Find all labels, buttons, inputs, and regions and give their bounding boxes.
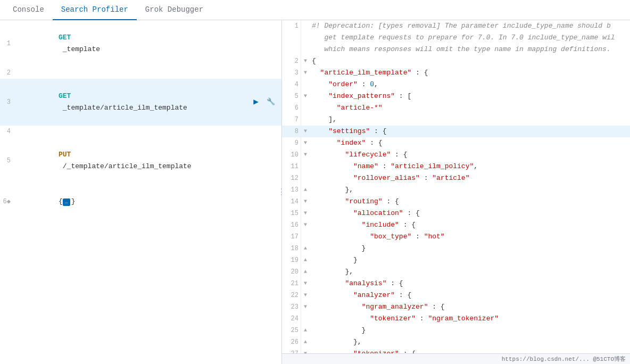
result-fold-24 [301,313,310,325]
editor-area[interactable]: 1 GET _template 2 3 GET _template/articl… [0,20,281,364]
result-content-8: "settings" : { [310,126,630,137]
result-content-1: #! Deprecation: [types removal] The para… [310,20,630,32]
result-content-5: "index_patterns" : [ [310,90,630,102]
result-num-14: 14 [282,196,301,208]
tab-console[interactable]: Console [4,0,53,20]
result-num-13: 13 [282,184,301,196]
result-line-12: 12 "rollover_alias" : "article" [282,172,630,184]
result-line-6: 6 "article-*" [282,102,630,114]
method-put-5: PUT [59,151,71,159]
result-line-7: 7 ], [282,114,630,126]
result-num-23: 23 [282,301,301,313]
result-line-19: 19 ▲ } [282,254,630,266]
play-button[interactable]: ▶ [250,97,262,107]
result-fold-3[interactable]: ▼ [301,67,310,79]
result-num-20: 20 [282,266,301,278]
result-line-20: 20 ▲ }, [282,266,630,278]
result-content-2: { [310,55,630,67]
result-num-18: 18 [282,243,301,254]
method-get-1: GET [59,34,71,42]
result-content-13: }, [310,184,630,196]
wrench-button[interactable]: 🔧 [264,97,277,107]
result-num-8: 8 [282,126,301,137]
result-fold-8[interactable]: ▼ [301,126,310,137]
line-num-3: 3 [0,96,15,108]
top-nav: Console Search Profiler Grok Debugger [0,0,630,20]
result-content-15: "allocation" : { [310,208,630,219]
result-content-1b: get template requests to prepare for 7.0… [310,32,630,44]
result-line-14: 14 ▼ "routing" : { [282,196,630,208]
result-line-1b: get template requests to prepare for 7.0… [282,32,630,44]
right-panel: 1 #! Deprecation: [types removal] The pa… [282,20,630,364]
result-content-1c: which means responses will omit the type… [310,44,630,55]
result-line-10: 10 ▼ "lifecycle" : { [282,149,630,161]
result-content-19: } [310,254,630,266]
result-line-17: 17 "box_type" : "hot" [282,231,630,243]
result-fold-17 [301,231,310,243]
url-3: _template/article_ilm_template [59,104,187,112]
result-area[interactable]: 1 #! Deprecation: [types removal] The pa… [282,20,630,364]
result-content-9: "index" : { [310,137,630,149]
line-content-3: GET _template/article_ilm_template [15,79,250,126]
url-1: _template [59,45,100,53]
result-fold-1 [301,20,310,32]
result-num-7: 7 [282,114,301,126]
editor-line-2: 2 [0,67,281,79]
result-num-17: 17 [282,231,301,243]
collapse-marker-6[interactable]: … [63,198,70,206]
result-content-20: }, [310,266,630,278]
result-num-6: 6 [282,102,301,114]
result-fold-4 [301,79,310,90]
result-num-4: 4 [282,79,301,90]
result-content-3: "article_ilm_template" : { [310,67,630,79]
line-content-2 [15,67,281,79]
result-fold-14[interactable]: ▼ [301,196,310,208]
result-fold-2[interactable]: ▼ [301,55,310,67]
result-fold-25[interactable]: ▲ [301,325,310,336]
result-fold-13[interactable]: ▲ [301,184,310,196]
line-content-1: GET _template [15,20,281,67]
result-num-22: 22 [282,289,301,301]
result-num-1b [282,32,301,44]
result-fold-10[interactable]: ▼ [301,149,310,161]
result-num-15: 15 [282,208,301,219]
tab-search-profiler[interactable]: Search Profiler [53,0,137,20]
result-line-1: 1 #! Deprecation: [types removal] The pa… [282,20,630,32]
result-fold-22[interactable]: ▼ [301,289,310,301]
method-get-3: GET [59,92,71,100]
result-content-12: "rollover_alias" : "article" [310,172,630,184]
line-content-5: PUT /_template/article_ilm_template [15,137,281,184]
result-num-25: 25 [282,325,301,336]
result-fold-9[interactable]: ▼ [301,137,310,149]
result-line-11: 11 "name" : "article_ilm_policy", [282,161,630,172]
result-fold-20[interactable]: ▲ [301,266,310,278]
editor-line-6: 6◆ {…} [0,184,281,219]
result-num-3: 3 [282,67,301,79]
result-num-12: 12 [282,172,301,184]
result-num-16: 16 [282,219,301,231]
editor-line-4: 4 [0,126,281,137]
result-fold-15[interactable]: ▼ [301,208,310,219]
result-fold-5[interactable]: ▼ [301,90,310,102]
result-content-10: "lifecycle" : { [310,149,630,161]
result-content-14: "routing" : { [310,196,630,208]
result-fold-1b [301,32,310,44]
result-fold-19[interactable]: ▲ [301,254,310,266]
footer-link: https://blog.csdn.net/... @51CTO博客 [502,355,626,363]
result-fold-26[interactable]: ▲ [301,336,310,348]
result-fold-18[interactable]: ▲ [301,243,310,254]
result-line-25: 25 ▲ } [282,325,630,336]
result-fold-23[interactable]: ▼ [301,301,310,313]
result-line-8: 8 ▼ "settings" : { [282,126,630,137]
line-content-6: {…} [15,184,281,219]
url-5: /_template/article_ilm_template [59,162,192,170]
result-line-4: 4 "order" : 0, [282,79,630,90]
result-content-23: "ngram_analyzer" : { [310,301,630,313]
result-num-11: 11 [282,161,301,172]
result-fold-16[interactable]: ▼ [301,219,310,231]
result-fold-21[interactable]: ▼ [301,278,310,289]
tab-grok-debugger[interactable]: Grok Debugger [137,0,212,20]
panel-drag-handle[interactable]: ⋮ [278,181,282,203]
result-content-11: "name" : "article_ilm_policy", [310,161,630,172]
result-content-6: "article-*" [310,102,630,114]
